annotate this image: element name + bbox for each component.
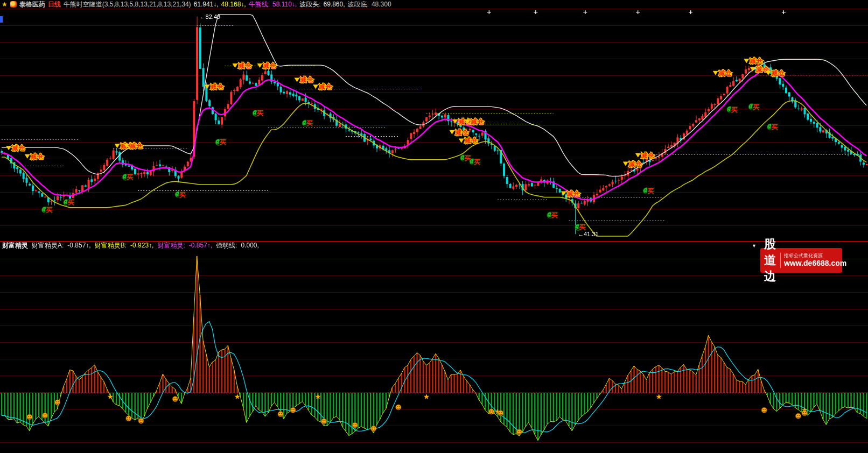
wealth-sprite-oscillator[interactable]	[0, 250, 868, 453]
wealth-a-label: 财富精灵A:	[32, 242, 64, 250]
strength-line-value: 0.000,	[241, 242, 258, 250]
tunnel-lower-value: 48.168↓,	[221, 0, 246, 9]
oscillator-panel-label[interactable]: 财富精灵	[2, 242, 28, 250]
main-price-chart[interactable]	[0, 9, 868, 241]
strength-line-label: 强弱线:	[216, 242, 237, 250]
bull-bear-label: 牛熊线:	[249, 0, 270, 9]
left-edge-blue-marker	[0, 16, 3, 23]
watermark-brand: 股道边	[764, 236, 776, 285]
top-indicator-bar: ★ 泰格医药 日线 牛熊时空隧道(3,5,8,13,5,8,13,21,8,13…	[0, 0, 868, 9]
wave-top-label: 波段头:	[299, 0, 320, 9]
app-window: ★ 泰格医药 日线 牛熊时空隧道(3,5,8,13,5,8,13,21,8,13…	[0, 0, 868, 453]
watermark-badge: 股道边 指标公式量化资源 www.de6688.com	[760, 248, 842, 273]
wave-bottom-label: 波段底:	[348, 0, 369, 9]
app-logo-icon	[10, 1, 17, 8]
indicator-title[interactable]: 牛熊时空隧道(3,5,8,13,5,8,13,21,8,13,21,34)	[64, 0, 191, 9]
wave-top-value: 69.860,	[324, 0, 345, 9]
wealth-b-value: -0.923↑,	[130, 242, 153, 250]
sub-indicator-bar: 财富精灵 财富精灵A: -0.857↑, 财富精灵B: -0.923↑, 财富精…	[0, 241, 868, 250]
bull-bear-value: 58.110↓,	[272, 0, 297, 9]
wealth-c-value: -0.857↑,	[189, 242, 212, 250]
stock-name[interactable]: 泰格医药	[19, 0, 45, 9]
wealth-b-label: 财富精灵B:	[95, 242, 127, 250]
favorite-star-icon[interactable]: ★	[2, 0, 8, 9]
tunnel-upper-value: 61.941↓,	[194, 0, 219, 9]
watermark-tagline: 指标公式量化资源	[784, 253, 846, 259]
wealth-c-label: 财富精灵:	[157, 242, 185, 250]
wave-bottom-value: 48.300	[372, 0, 391, 9]
panel-collapse-icon[interactable]: ▼	[752, 242, 757, 250]
watermark-url: www.de6688.com	[784, 259, 846, 268]
period-label[interactable]: 日线	[48, 0, 61, 9]
wealth-a-value: -0.857↑,	[67, 242, 90, 250]
